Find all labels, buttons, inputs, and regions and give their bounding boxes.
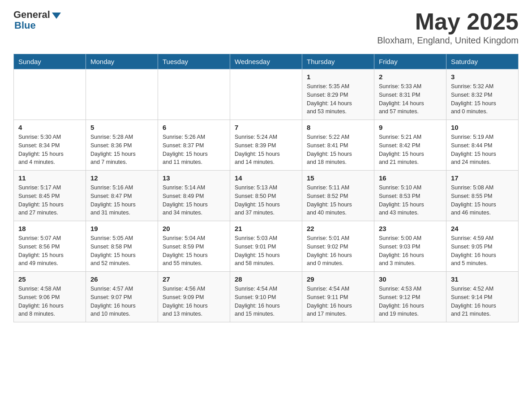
- day-info: Sunrise: 4:53 AM Sunset: 9:12 PM Dayligh…: [379, 285, 442, 318]
- day-number: 1: [307, 73, 369, 81]
- day-number: 14: [235, 174, 297, 182]
- month-year-title: May 2025: [377, 9, 519, 34]
- weekday-header-friday: Friday: [374, 54, 446, 69]
- day-number: 31: [451, 275, 514, 283]
- day-number: 27: [163, 275, 225, 283]
- day-number: 30: [379, 275, 442, 283]
- calendar-week-row: 4Sunrise: 5:30 AM Sunset: 8:34 PM Daylig…: [14, 120, 519, 171]
- day-number: 2: [379, 73, 442, 81]
- calendar-day-cell: 24Sunrise: 4:59 AM Sunset: 9:05 PM Dayli…: [446, 221, 519, 272]
- calendar-day-cell: 1Sunrise: 5:35 AM Sunset: 8:29 PM Daylig…: [302, 69, 374, 120]
- day-number: 7: [235, 124, 297, 131]
- day-info: Sunrise: 4:54 AM Sunset: 9:11 PM Dayligh…: [307, 285, 369, 318]
- calendar-day-cell: 17Sunrise: 5:08 AM Sunset: 8:55 PM Dayli…: [446, 171, 519, 221]
- day-info: Sunrise: 4:58 AM Sunset: 9:06 PM Dayligh…: [18, 285, 81, 318]
- day-number: 29: [307, 275, 369, 283]
- location-text: Bloxham, England, United Kingdom: [377, 35, 519, 46]
- logo-blue-text: Blue: [13, 20, 36, 31]
- calendar-day-cell: 4Sunrise: 5:30 AM Sunset: 8:34 PM Daylig…: [14, 120, 86, 171]
- day-info: Sunrise: 4:54 AM Sunset: 9:10 PM Dayligh…: [235, 285, 297, 318]
- calendar-day-cell: 6Sunrise: 5:26 AM Sunset: 8:37 PM Daylig…: [158, 120, 230, 171]
- calendar-table: SundayMondayTuesdayWednesdayThursdayFrid…: [13, 54, 519, 322]
- day-number: 20: [163, 225, 225, 232]
- logo-general-text: General: [13, 9, 50, 21]
- day-number: 11: [18, 174, 81, 182]
- day-info: Sunrise: 4:57 AM Sunset: 9:07 PM Dayligh…: [90, 285, 153, 318]
- day-info: Sunrise: 5:00 AM Sunset: 9:03 PM Dayligh…: [379, 234, 442, 268]
- day-number: 25: [18, 275, 81, 283]
- day-info: Sunrise: 5:01 AM Sunset: 9:02 PM Dayligh…: [307, 234, 369, 268]
- day-number: 17: [451, 174, 514, 182]
- logo-arrow-icon: [52, 13, 61, 19]
- calendar-day-cell: 26Sunrise: 4:57 AM Sunset: 9:07 PM Dayli…: [86, 272, 158, 322]
- day-number: 15: [307, 174, 369, 182]
- calendar-day-cell: 29Sunrise: 4:54 AM Sunset: 9:11 PM Dayli…: [302, 272, 374, 322]
- day-info: Sunrise: 5:07 AM Sunset: 8:56 PM Dayligh…: [18, 234, 81, 268]
- calendar-day-cell: 18Sunrise: 5:07 AM Sunset: 8:56 PM Dayli…: [14, 221, 86, 272]
- day-number: 8: [307, 124, 369, 131]
- calendar-day-cell: 19Sunrise: 5:05 AM Sunset: 8:58 PM Dayli…: [86, 221, 158, 272]
- calendar-week-row: 1Sunrise: 5:35 AM Sunset: 8:29 PM Daylig…: [14, 69, 519, 120]
- calendar-day-cell: 3Sunrise: 5:32 AM Sunset: 8:32 PM Daylig…: [446, 69, 519, 120]
- day-info: Sunrise: 5:33 AM Sunset: 8:31 PM Dayligh…: [379, 82, 442, 116]
- day-number: 12: [90, 174, 153, 182]
- day-number: 5: [90, 124, 153, 131]
- day-info: Sunrise: 5:10 AM Sunset: 8:53 PM Dayligh…: [379, 184, 442, 217]
- title-block: May 2025 Bloxham, England, United Kingdo…: [377, 9, 519, 46]
- calendar-day-cell: 31Sunrise: 4:52 AM Sunset: 9:14 PM Dayli…: [446, 272, 519, 322]
- day-number: 19: [90, 225, 153, 232]
- calendar-day-cell: [14, 69, 86, 120]
- day-info: Sunrise: 4:56 AM Sunset: 9:09 PM Dayligh…: [163, 285, 225, 318]
- logo: General Blue: [13, 9, 61, 31]
- calendar-day-cell: 7Sunrise: 5:24 AM Sunset: 8:39 PM Daylig…: [230, 120, 302, 171]
- day-number: 16: [379, 174, 442, 182]
- calendar-week-row: 18Sunrise: 5:07 AM Sunset: 8:56 PM Dayli…: [14, 221, 519, 272]
- day-info: Sunrise: 5:32 AM Sunset: 8:32 PM Dayligh…: [451, 82, 514, 116]
- calendar-day-cell: 15Sunrise: 5:11 AM Sunset: 8:52 PM Dayli…: [302, 171, 374, 221]
- calendar-day-cell: [86, 69, 158, 120]
- day-info: Sunrise: 5:22 AM Sunset: 8:41 PM Dayligh…: [307, 133, 369, 167]
- day-number: 9: [379, 124, 442, 131]
- day-number: 24: [451, 225, 514, 232]
- day-info: Sunrise: 5:35 AM Sunset: 8:29 PM Dayligh…: [307, 82, 369, 116]
- calendar-week-row: 25Sunrise: 4:58 AM Sunset: 9:06 PM Dayli…: [14, 272, 519, 322]
- day-info: Sunrise: 5:28 AM Sunset: 8:36 PM Dayligh…: [90, 133, 153, 167]
- day-number: 10: [451, 124, 514, 131]
- calendar-day-cell: 27Sunrise: 4:56 AM Sunset: 9:09 PM Dayli…: [158, 272, 230, 322]
- day-number: 21: [235, 225, 297, 232]
- calendar-day-cell: 16Sunrise: 5:10 AM Sunset: 8:53 PM Dayli…: [374, 171, 446, 221]
- day-number: 3: [451, 73, 514, 81]
- weekday-header-saturday: Saturday: [446, 54, 519, 69]
- day-number: 26: [90, 275, 153, 283]
- day-number: 18: [18, 225, 81, 232]
- calendar-day-cell: [230, 69, 302, 120]
- weekday-header-row: SundayMondayTuesdayWednesdayThursdayFrid…: [14, 54, 519, 69]
- weekday-header-wednesday: Wednesday: [230, 54, 302, 69]
- calendar-day-cell: 20Sunrise: 5:04 AM Sunset: 8:59 PM Dayli…: [158, 221, 230, 272]
- calendar-day-cell: 22Sunrise: 5:01 AM Sunset: 9:02 PM Dayli…: [302, 221, 374, 272]
- calendar-day-cell: 11Sunrise: 5:17 AM Sunset: 8:45 PM Dayli…: [14, 171, 86, 221]
- weekday-header-monday: Monday: [86, 54, 158, 69]
- calendar-day-cell: 28Sunrise: 4:54 AM Sunset: 9:10 PM Dayli…: [230, 272, 302, 322]
- calendar-day-cell: 5Sunrise: 5:28 AM Sunset: 8:36 PM Daylig…: [86, 120, 158, 171]
- weekday-header-sunday: Sunday: [14, 54, 86, 69]
- day-info: Sunrise: 5:03 AM Sunset: 9:01 PM Dayligh…: [235, 234, 297, 268]
- day-info: Sunrise: 5:05 AM Sunset: 8:58 PM Dayligh…: [90, 234, 153, 268]
- day-info: Sunrise: 5:30 AM Sunset: 8:34 PM Dayligh…: [18, 133, 81, 167]
- day-number: 22: [307, 225, 369, 232]
- calendar-day-cell: 25Sunrise: 4:58 AM Sunset: 9:06 PM Dayli…: [14, 272, 86, 322]
- weekday-header-thursday: Thursday: [302, 54, 374, 69]
- day-info: Sunrise: 4:52 AM Sunset: 9:14 PM Dayligh…: [451, 285, 514, 318]
- calendar-day-cell: 9Sunrise: 5:21 AM Sunset: 8:42 PM Daylig…: [374, 120, 446, 171]
- weekday-header-tuesday: Tuesday: [158, 54, 230, 69]
- day-info: Sunrise: 5:19 AM Sunset: 8:44 PM Dayligh…: [451, 133, 514, 167]
- page-header: General Blue May 2025 Bloxham, England, …: [13, 9, 519, 46]
- day-info: Sunrise: 5:11 AM Sunset: 8:52 PM Dayligh…: [307, 184, 369, 217]
- calendar-day-cell: 14Sunrise: 5:13 AM Sunset: 8:50 PM Dayli…: [230, 171, 302, 221]
- day-info: Sunrise: 5:13 AM Sunset: 8:50 PM Dayligh…: [235, 184, 297, 217]
- calendar-header: SundayMondayTuesdayWednesdayThursdayFrid…: [14, 54, 519, 69]
- day-info: Sunrise: 5:08 AM Sunset: 8:55 PM Dayligh…: [451, 184, 514, 217]
- calendar-day-cell: 23Sunrise: 5:00 AM Sunset: 9:03 PM Dayli…: [374, 221, 446, 272]
- day-info: Sunrise: 5:04 AM Sunset: 8:59 PM Dayligh…: [163, 234, 225, 268]
- calendar-week-row: 11Sunrise: 5:17 AM Sunset: 8:45 PM Dayli…: [14, 171, 519, 221]
